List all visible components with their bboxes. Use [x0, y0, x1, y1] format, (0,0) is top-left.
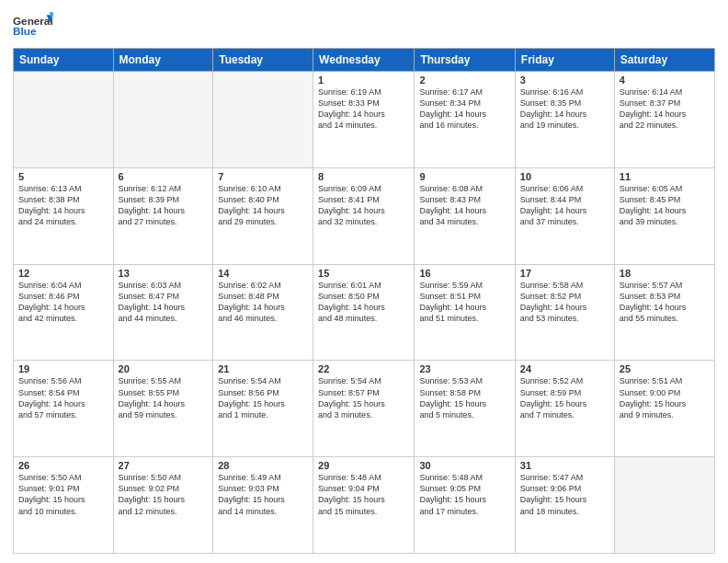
day-number: 2: [419, 75, 509, 86]
day-number: 22: [318, 363, 409, 374]
day-info: Sunrise: 5:52 AM Sunset: 8:59 PM Dayligh…: [520, 375, 609, 420]
day-info: Sunrise: 6:17 AM Sunset: 8:34 PM Dayligh…: [419, 86, 509, 132]
day-number: 25: [620, 363, 710, 374]
header: General Blue: [13, 9, 715, 42]
day-info: Sunrise: 5:56 AM Sunset: 8:54 PM Dayligh…: [18, 375, 108, 420]
day-info: Sunrise: 5:58 AM Sunset: 8:52 PM Dayligh…: [520, 280, 609, 325]
day-number: 30: [419, 460, 509, 471]
calendar-cell: 9Sunrise: 6:08 AM Sunset: 8:43 PM Daylig…: [415, 167, 515, 264]
calendar-body: 1Sunrise: 6:19 AM Sunset: 8:33 PM Daylig…: [14, 72, 715, 554]
calendar-cell: 11Sunrise: 6:05 AM Sunset: 8:45 PM Dayli…: [614, 167, 714, 264]
day-info: Sunrise: 6:06 AM Sunset: 8:44 PM Dayligh…: [520, 183, 609, 228]
day-number: 14: [218, 268, 308, 279]
calendar-cell: 2Sunrise: 6:17 AM Sunset: 8:34 PM Daylig…: [415, 72, 515, 168]
weekday-thursday: Thursday: [415, 49, 515, 72]
day-number: 13: [119, 268, 209, 279]
day-number: 31: [520, 460, 609, 471]
calendar-table: SundayMondayTuesdayWednesdayThursdayFrid…: [13, 48, 715, 554]
day-number: 12: [18, 268, 108, 279]
day-number: 5: [18, 171, 108, 182]
day-info: Sunrise: 6:08 AM Sunset: 8:43 PM Dayligh…: [419, 183, 509, 228]
day-info: Sunrise: 6:03 AM Sunset: 8:47 PM Dayligh…: [119, 280, 209, 325]
logo-icon: General Blue: [13, 9, 53, 42]
calendar-cell: 10Sunrise: 6:06 AM Sunset: 8:44 PM Dayli…: [515, 167, 614, 264]
calendar-cell: 14Sunrise: 6:02 AM Sunset: 8:48 PM Dayli…: [213, 264, 313, 361]
calendar-cell: 24Sunrise: 5:52 AM Sunset: 8:59 PM Dayli…: [515, 361, 614, 457]
day-number: 1: [318, 75, 409, 86]
calendar-cell: 5Sunrise: 6:13 AM Sunset: 8:38 PM Daylig…: [14, 167, 114, 264]
day-info: Sunrise: 6:19 AM Sunset: 8:33 PM Dayligh…: [318, 86, 409, 132]
weekday-sunday: Sunday: [14, 49, 114, 72]
day-info: Sunrise: 5:50 AM Sunset: 9:01 PM Dayligh…: [18, 472, 108, 517]
day-number: 26: [18, 460, 108, 471]
day-number: 19: [18, 363, 108, 374]
day-number: 24: [520, 363, 609, 374]
day-number: 11: [620, 171, 710, 182]
day-info: Sunrise: 6:04 AM Sunset: 8:46 PM Dayligh…: [18, 280, 108, 325]
weekday-saturday: Saturday: [614, 49, 714, 72]
calendar-cell: [614, 457, 714, 554]
day-info: Sunrise: 5:50 AM Sunset: 9:02 PM Dayligh…: [119, 472, 209, 517]
day-number: 23: [419, 363, 509, 374]
calendar-cell: 3Sunrise: 6:16 AM Sunset: 8:35 PM Daylig…: [515, 72, 614, 168]
weekday-wednesday: Wednesday: [313, 49, 415, 72]
calendar-cell: 26Sunrise: 5:50 AM Sunset: 9:01 PM Dayli…: [14, 457, 114, 554]
day-info: Sunrise: 6:10 AM Sunset: 8:40 PM Dayligh…: [218, 183, 308, 228]
week-row-3: 12Sunrise: 6:04 AM Sunset: 8:46 PM Dayli…: [14, 264, 715, 361]
calendar-cell: [14, 72, 114, 168]
day-info: Sunrise: 6:12 AM Sunset: 8:39 PM Dayligh…: [119, 183, 209, 228]
day-info: Sunrise: 6:02 AM Sunset: 8:48 PM Dayligh…: [218, 280, 308, 325]
day-info: Sunrise: 5:59 AM Sunset: 8:51 PM Dayligh…: [419, 280, 509, 325]
calendar-cell: 27Sunrise: 5:50 AM Sunset: 9:02 PM Dayli…: [113, 457, 213, 554]
day-info: Sunrise: 6:01 AM Sunset: 8:50 PM Dayligh…: [318, 280, 409, 325]
calendar-cell: 6Sunrise: 6:12 AM Sunset: 8:39 PM Daylig…: [113, 167, 213, 264]
day-info: Sunrise: 5:47 AM Sunset: 9:06 PM Dayligh…: [520, 472, 609, 517]
calendar-cell: 7Sunrise: 6:10 AM Sunset: 8:40 PM Daylig…: [213, 167, 313, 264]
calendar-cell: 16Sunrise: 5:59 AM Sunset: 8:51 PM Dayli…: [415, 264, 515, 361]
weekday-monday: Monday: [113, 49, 213, 72]
day-info: Sunrise: 5:54 AM Sunset: 8:57 PM Dayligh…: [318, 375, 409, 420]
calendar-cell: 29Sunrise: 5:48 AM Sunset: 9:04 PM Dayli…: [313, 457, 415, 554]
day-number: 10: [520, 171, 609, 182]
day-info: Sunrise: 6:16 AM Sunset: 8:35 PM Dayligh…: [520, 86, 609, 132]
day-number: 6: [119, 171, 209, 182]
weekday-header-row: SundayMondayTuesdayWednesdayThursdayFrid…: [14, 49, 715, 72]
day-number: 16: [419, 268, 509, 279]
day-number: 18: [620, 268, 710, 279]
day-info: Sunrise: 6:13 AM Sunset: 8:38 PM Dayligh…: [18, 183, 108, 228]
calendar-cell: 18Sunrise: 5:57 AM Sunset: 8:53 PM Dayli…: [614, 264, 714, 361]
day-number: 28: [218, 460, 308, 471]
calendar-cell: [213, 72, 313, 168]
day-info: Sunrise: 5:53 AM Sunset: 8:58 PM Dayligh…: [419, 375, 509, 420]
day-number: 20: [119, 363, 209, 374]
day-number: 8: [318, 171, 409, 182]
calendar-cell: 20Sunrise: 5:55 AM Sunset: 8:55 PM Dayli…: [113, 361, 213, 457]
day-number: 21: [218, 363, 308, 374]
day-info: Sunrise: 5:48 AM Sunset: 9:04 PM Dayligh…: [318, 472, 409, 517]
weekday-friday: Friday: [515, 49, 614, 72]
day-number: 7: [218, 171, 308, 182]
calendar-cell: 15Sunrise: 6:01 AM Sunset: 8:50 PM Dayli…: [313, 264, 415, 361]
calendar-cell: 23Sunrise: 5:53 AM Sunset: 8:58 PM Dayli…: [415, 361, 515, 457]
svg-text:Blue: Blue: [13, 25, 37, 37]
calendar-cell: 4Sunrise: 6:14 AM Sunset: 8:37 PM Daylig…: [614, 72, 714, 168]
calendar-cell: 1Sunrise: 6:19 AM Sunset: 8:33 PM Daylig…: [313, 72, 415, 168]
day-info: Sunrise: 5:55 AM Sunset: 8:55 PM Dayligh…: [119, 375, 209, 420]
day-info: Sunrise: 5:57 AM Sunset: 8:53 PM Dayligh…: [620, 280, 710, 325]
day-info: Sunrise: 5:54 AM Sunset: 8:56 PM Dayligh…: [218, 375, 308, 420]
calendar-cell: 12Sunrise: 6:04 AM Sunset: 8:46 PM Dayli…: [14, 264, 114, 361]
calendar-cell: 19Sunrise: 5:56 AM Sunset: 8:54 PM Dayli…: [14, 361, 114, 457]
week-row-2: 5Sunrise: 6:13 AM Sunset: 8:38 PM Daylig…: [14, 167, 715, 264]
calendar-cell: 25Sunrise: 5:51 AM Sunset: 9:00 PM Dayli…: [614, 361, 714, 457]
day-info: Sunrise: 5:48 AM Sunset: 9:05 PM Dayligh…: [419, 472, 509, 517]
day-number: 4: [620, 75, 710, 86]
calendar-cell: 22Sunrise: 5:54 AM Sunset: 8:57 PM Dayli…: [313, 361, 415, 457]
day-number: 17: [520, 268, 609, 279]
calendar-cell: 31Sunrise: 5:47 AM Sunset: 9:06 PM Dayli…: [515, 457, 614, 554]
day-number: 27: [119, 460, 209, 471]
page: General Blue SundayMondayTuesdayWednesda…: [0, 0, 728, 563]
logo: General Blue: [13, 9, 53, 42]
day-number: 15: [318, 268, 409, 279]
day-info: Sunrise: 6:05 AM Sunset: 8:45 PM Dayligh…: [620, 183, 710, 228]
calendar-cell: 30Sunrise: 5:48 AM Sunset: 9:05 PM Dayli…: [415, 457, 515, 554]
